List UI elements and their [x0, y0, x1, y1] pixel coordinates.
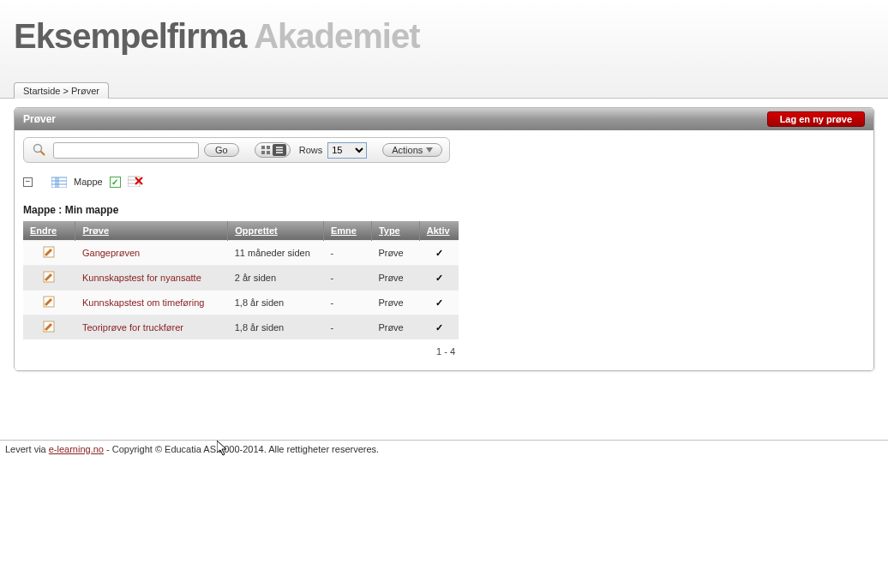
edit-icon[interactable]: [43, 271, 55, 283]
panel-header: Prøver Lag en ny prøve: [15, 108, 873, 130]
svg-marker-9: [426, 147, 433, 153]
breadcrumb-current: Prøver: [71, 86, 99, 96]
logo-sub: Akademiet: [254, 17, 419, 55]
svg-point-0: [34, 145, 42, 153]
test-link[interactable]: Kunnskapstest for nyansatte: [82, 273, 201, 283]
table-row: Gangeprøven11 måneder siden-Prøve✓: [23, 241, 459, 266]
view-toggle[interactable]: [255, 142, 291, 158]
actions-label: Actions: [392, 145, 423, 155]
rows-select[interactable]: 15: [327, 142, 367, 159]
breadcrumb: Startside > Prøver: [14, 82, 109, 99]
cell-type: Prøve: [371, 241, 419, 266]
filter-remove-icon[interactable]: [128, 175, 143, 189]
filter-row: − Mappe ✓: [23, 175, 865, 189]
svg-rect-4: [261, 151, 265, 154]
pager: 1 - 4: [23, 346, 459, 357]
svg-rect-2: [261, 146, 265, 149]
col-edit[interactable]: Endre: [23, 221, 75, 241]
breadcrumb-home[interactable]: Startside: [23, 86, 60, 96]
tests-table: Endre Prøve Opprettet Emne Type Aktiv Ga…: [23, 221, 459, 339]
col-created[interactable]: Opprettet: [228, 221, 324, 241]
filter-enabled-icon[interactable]: ✓: [110, 177, 121, 188]
main-panel: Prøver Lag en ny prøve Go: [14, 107, 874, 371]
test-link[interactable]: Teoriprøve for truckfører: [82, 322, 183, 333]
svg-rect-5: [267, 151, 270, 154]
edit-icon[interactable]: [43, 296, 55, 308]
footer-suffix: - Copyright © Educatia AS 2000-2014. All…: [104, 444, 379, 454]
group-label: Mappe : Min mappe: [23, 204, 865, 216]
cell-type: Prøve: [371, 291, 419, 315]
test-link[interactable]: Gangeprøven: [82, 248, 140, 258]
col-type[interactable]: Type: [371, 221, 419, 241]
table-row: Kunnskapstest for nyansatte2 år siden-Pr…: [23, 266, 459, 291]
svg-line-1: [41, 152, 45, 156]
col-active[interactable]: Aktiv: [419, 221, 459, 241]
search-icon[interactable]: [31, 141, 48, 159]
panel-title: Prøver: [23, 113, 56, 125]
column-icon[interactable]: [51, 176, 67, 188]
chevron-down-icon: [426, 147, 433, 153]
go-button[interactable]: Go: [204, 143, 239, 157]
cell-type: Prøve: [371, 315, 419, 340]
svg-rect-13: [55, 177, 59, 188]
cell-created: 1,8 år siden: [228, 315, 324, 340]
collapse-icon[interactable]: −: [23, 177, 33, 187]
footer-prefix: Levert via: [5, 444, 49, 454]
col-name[interactable]: Prøve: [75, 221, 228, 241]
cell-created: 1,8 år siden: [228, 291, 324, 315]
list-view-icon[interactable]: [273, 144, 286, 156]
breadcrumb-sep: >: [63, 86, 68, 96]
search-toolbar: Go Rows 15 Actions: [23, 137, 450, 163]
check-icon: ✓: [435, 248, 443, 258]
cell-subject: -: [324, 291, 372, 315]
cell-subject: -: [324, 315, 372, 340]
check-icon: ✓: [435, 297, 443, 308]
search-input[interactable]: [53, 142, 199, 159]
cell-subject: -: [324, 241, 372, 266]
filter-column-label[interactable]: Mappe: [74, 177, 103, 187]
rows-label: Rows: [299, 145, 323, 155]
grid-view-icon[interactable]: [259, 144, 273, 156]
table-row: Kunnskapstest om timeføring1,8 år siden-…: [23, 291, 459, 315]
cell-created: 11 måneder siden: [228, 241, 324, 266]
actions-button[interactable]: Actions: [382, 143, 442, 157]
table-row: Teoriprøve for truckfører1,8 år siden-Pr…: [23, 315, 459, 340]
cell-subject: -: [324, 266, 372, 291]
footer-link[interactable]: e-learning.no: [49, 444, 104, 454]
test-link[interactable]: Kunnskapstest om timeføring: [82, 297, 204, 308]
new-test-button[interactable]: Lag en ny prøve: [767, 111, 865, 127]
footer: Levert via e-learning.no - Copyright © E…: [0, 440, 888, 458]
edit-icon[interactable]: [43, 246, 55, 258]
edit-icon[interactable]: [43, 321, 55, 333]
logo-main: Eksempelfirma: [14, 17, 247, 55]
svg-rect-3: [267, 146, 270, 149]
app-header: Eksempelfirma Akademiet Startside > Prøv…: [0, 0, 888, 99]
col-subject[interactable]: Emne: [324, 221, 372, 241]
check-icon: ✓: [435, 322, 443, 333]
cell-created: 2 år siden: [228, 266, 324, 291]
check-icon: ✓: [435, 273, 443, 283]
cell-type: Prøve: [371, 266, 419, 291]
logo: Eksempelfirma Akademiet: [14, 9, 874, 56]
